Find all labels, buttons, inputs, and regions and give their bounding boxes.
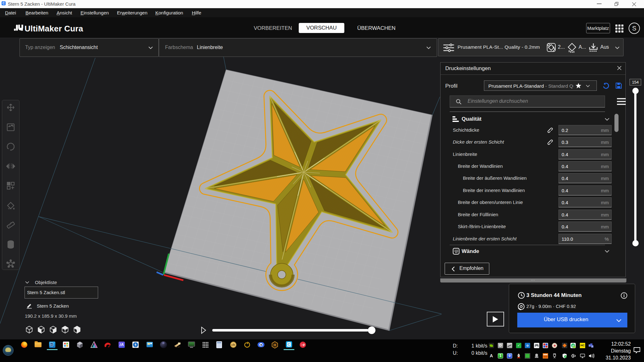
svg-text:H: H: [274, 343, 276, 347]
